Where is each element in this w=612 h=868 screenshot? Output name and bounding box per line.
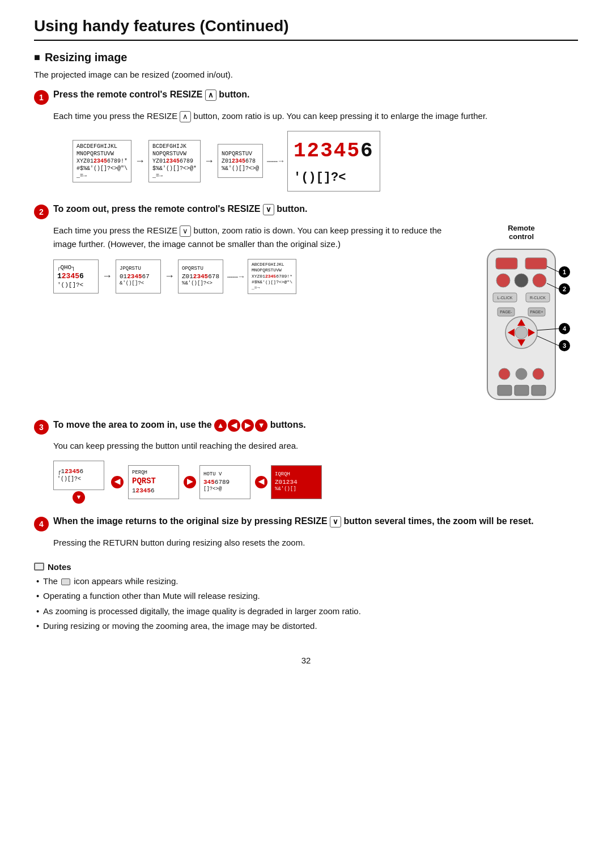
zoom-move-img-2: PERQH PQRST 123456 bbox=[128, 465, 179, 499]
step2-header: 2 To zoom out, press the remote control'… bbox=[34, 204, 578, 219]
step2-body: Each time you press the RESIZE ∨ button,… bbox=[53, 224, 453, 407]
step1-header: 1 Press the remote control's RESIZE ∧ bu… bbox=[34, 90, 578, 105]
zoom-img-3: NOPQRSTUV Z012345678 %&'()[]?<>@ bbox=[218, 144, 263, 178]
step3-num: 3 bbox=[34, 420, 49, 435]
svg-text:1: 1 bbox=[563, 269, 566, 275]
zoom-out-img-2: JPQRSTU 01234567 &'()[]?< bbox=[116, 259, 161, 293]
step4-header: 4 When the image returns to the original… bbox=[34, 516, 578, 531]
zoom-out-img-1: ┌QHO┐ 123456 '()[]?< bbox=[53, 259, 99, 293]
resize-down-btn2: ∨ bbox=[330, 516, 341, 527]
svg-point-3 bbox=[496, 274, 510, 287]
svg-point-4 bbox=[515, 274, 528, 287]
step2-image-sequence: ┌QHO┐ 123456 '()[]?< → JPQRSTU 01234567 … bbox=[53, 259, 453, 294]
resize-up-icon: ∧ bbox=[180, 111, 191, 122]
step-4: 4 When the image returns to the original… bbox=[34, 516, 578, 550]
step2-title: To zoom out, press the remote control's … bbox=[53, 204, 307, 215]
svg-point-33 bbox=[516, 368, 527, 380]
svg-text:PAGE-: PAGE- bbox=[500, 310, 512, 314]
dir-btn-down: ▼ bbox=[255, 419, 267, 432]
step3-body: You can keep pressing the button until r… bbox=[53, 439, 578, 504]
svg-rect-2 bbox=[525, 258, 547, 269]
step2-num: 2 bbox=[34, 205, 49, 219]
dir-btn-left: ◀ bbox=[228, 419, 240, 432]
step4-num: 4 bbox=[34, 517, 49, 531]
resize-down-btn: ∨ bbox=[263, 204, 274, 215]
svg-point-34 bbox=[533, 368, 544, 380]
section-title: Resizing image bbox=[34, 51, 578, 64]
step3-image-sequence: ┌123456 '()[]?< ▼ ◀ PERQH PQRST 123456 ▶… bbox=[53, 461, 578, 504]
arrow-1: → bbox=[135, 153, 145, 169]
resize-up-btn: ∧ bbox=[205, 90, 216, 101]
resize-inline-icon bbox=[61, 578, 70, 585]
svg-rect-36 bbox=[515, 385, 529, 395]
svg-rect-35 bbox=[498, 385, 512, 395]
remote-area: Remote control L-CLICK bbox=[453, 224, 578, 407]
dots-arrow-1: ··········→ bbox=[266, 155, 284, 167]
step3-header: 3 To move the area to zoom in, use the ▲… bbox=[34, 419, 578, 435]
note-item-2: Operating a function other than Mute wil… bbox=[34, 590, 578, 603]
svg-text:2: 2 bbox=[563, 286, 566, 292]
notes-list: The icon appears while resizing. Operati… bbox=[34, 575, 578, 633]
svg-text:3: 3 bbox=[563, 342, 566, 349]
svg-text:PAGE+: PAGE+ bbox=[530, 310, 543, 314]
svg-text:4: 4 bbox=[563, 325, 567, 332]
page-number: 32 bbox=[34, 656, 578, 665]
step3-title: To move the area to zoom in, use the ▲ ◀… bbox=[53, 419, 306, 432]
zoom-out-img-final: ABCDEFGHIJKL MNOPQRSTUVW XYZ0123456789!*… bbox=[248, 259, 296, 294]
dir-arrow-left2: ◀ bbox=[255, 476, 267, 488]
zoom-img-final: 123456 '()[]?< bbox=[287, 131, 380, 192]
step-2: 2 To zoom out, press the remote control'… bbox=[34, 204, 578, 407]
notes-section: Notes The icon appears while resizing. O… bbox=[34, 562, 578, 633]
note-item-4: During resizing or moving the zooming ar… bbox=[34, 620, 578, 633]
dots-arrow-2: ··········→ bbox=[227, 270, 244, 283]
svg-point-32 bbox=[499, 368, 510, 380]
step4-body: Pressing the RETURN button during resizi… bbox=[53, 536, 578, 550]
zoom-move-img-1: ┌123456 '()[]?< bbox=[53, 461, 104, 490]
notes-title: Notes bbox=[34, 562, 578, 572]
arrow-3: → bbox=[102, 268, 112, 284]
zoom-out-img-3: OPQRSTU Z012345678 %&'()[]?<> bbox=[178, 259, 223, 293]
step1-title: Press the remote control's RESIZE ∧ butt… bbox=[53, 90, 250, 101]
remote-diagram: L-CLICK R-CLICK PAGE- PAGE+ bbox=[465, 246, 578, 407]
zoom-img-2: BCDEFGHIJK NOPQRSTUVW YZ0123456789 $%&'(… bbox=[148, 140, 201, 182]
page-title: Using handy features (Continued) bbox=[34, 17, 578, 41]
svg-point-15 bbox=[515, 326, 528, 339]
svg-text:R-CLICK: R-CLICK bbox=[530, 296, 546, 300]
note-item-1: The icon appears while resizing. bbox=[34, 575, 578, 588]
arrow-4: → bbox=[164, 268, 175, 284]
svg-text:L-CLICK: L-CLICK bbox=[498, 296, 513, 300]
step1-body: Each time you press the RESIZE ∧ button,… bbox=[53, 109, 578, 192]
notes-icon bbox=[34, 563, 44, 571]
remote-label: Remote control bbox=[465, 224, 578, 241]
dir-arrow-right: ▶ bbox=[184, 476, 196, 488]
step2-content: Each time you press the RESIZE ∨ button,… bbox=[34, 224, 578, 407]
step3-img-group-1: ┌123456 '()[]?< ▼ bbox=[53, 461, 104, 504]
svg-rect-1 bbox=[496, 258, 517, 269]
step1-image-sequence: ABCDEFGHIJKL MNOPQRSTUVW XYZ0123456789!*… bbox=[73, 131, 578, 192]
dir-btn-right: ▶ bbox=[241, 419, 254, 432]
step-3: 3 To move the area to zoom in, use the ▲… bbox=[34, 419, 578, 504]
zoom-img-1: ABCDEFGHIJKL MNOPQRSTUVW XYZ0123456789!*… bbox=[73, 140, 131, 182]
intro-text: The projected image can be resized (zoom… bbox=[34, 70, 578, 79]
dir-arrow-left: ◀ bbox=[111, 476, 124, 488]
zoom-move-img-3: HOTU V 3456789 []?<>@ bbox=[199, 465, 250, 499]
step4-title: When the image returns to the original s… bbox=[53, 516, 534, 527]
resize-down-icon: ∨ bbox=[180, 225, 191, 237]
step1-num: 1 bbox=[34, 90, 49, 105]
dir-btn-up: ▲ bbox=[214, 419, 227, 432]
step-1: 1 Press the remote control's RESIZE ∧ bu… bbox=[34, 90, 578, 192]
arrow-2: → bbox=[204, 153, 214, 169]
svg-point-5 bbox=[533, 274, 546, 287]
zoom-move-img-4: IQRQH Z01234 %&'()[] bbox=[271, 465, 322, 499]
dir-indicator-down: ▼ bbox=[73, 491, 85, 504]
note-item-3: As zooming is processed digitally, the i… bbox=[34, 605, 578, 618]
svg-rect-37 bbox=[532, 385, 546, 395]
